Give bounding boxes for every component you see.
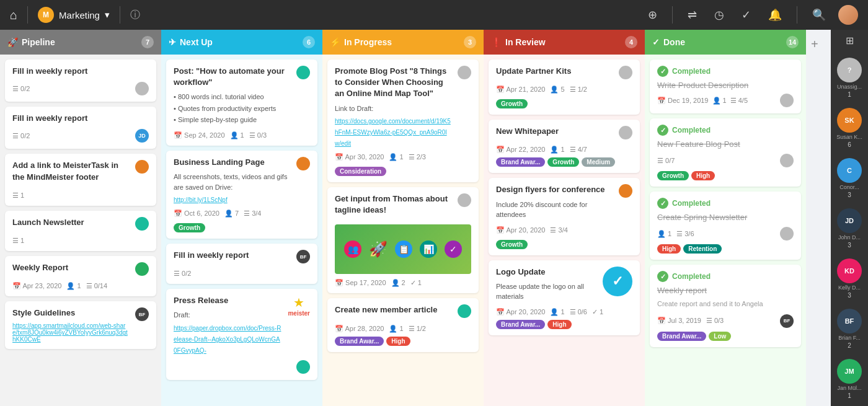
card-meta (174, 360, 310, 374)
pipeline-icon: 🚀 (7, 37, 18, 47)
avatar: BF (296, 250, 310, 263)
card-date: 📅 Apr 20, 2020 (496, 308, 545, 316)
card-title: Fill in weekly report (174, 250, 291, 261)
sidebar-user-unassigned[interactable]: ? Unassig... 1 (831, 54, 868, 102)
card-title: Update Partner Kits (496, 66, 614, 77)
card-count2: ☰ 2/3 (409, 153, 426, 161)
list-item[interactable]: ✓ Completed Create Spring Newsletter 👤 1… (650, 192, 801, 260)
column-header-nextup: ✈ Next Up 6 (161, 30, 322, 55)
card-tag-high: High (691, 171, 715, 180)
avatar: BF (135, 307, 149, 321)
add-icon[interactable]: ⊕ (648, 8, 657, 22)
sidebar-user-brian[interactable]: BF Brian F... 2 (831, 305, 868, 353)
list-item[interactable]: Press Release Draft: https://paper.dropb… (166, 289, 317, 380)
card-bullet: • 800 words incl. tutorial video (174, 92, 291, 102)
inprogress-cards: Promote Blog Post "8 Things to Consider … (322, 55, 484, 406)
sidebar-user-jan[interactable]: JM Jan Mül... 1 (831, 355, 868, 403)
card-count1: ☰ 3/4 (550, 226, 567, 234)
filter-icon[interactable]: ⇌ (688, 8, 697, 22)
pipeline-cards: Fill in weekly report ☰ 0/2 Fill in week… (0, 55, 161, 406)
add-column-icon: + (811, 37, 818, 51)
user-label: Susan K... (836, 134, 862, 140)
card-count2: ☰ 4/5 (730, 97, 748, 105)
card-count2: ✓ 1 (410, 279, 422, 287)
list-item[interactable]: Promote Blog Post "8 Things to Consider … (327, 60, 479, 182)
list-item[interactable]: Weekly Report 📅 Apr 23, 2020 👤 1 ☰ 0/14 (5, 256, 156, 296)
list-item[interactable]: Add a link to MeisterTask in the MindMei… (5, 154, 156, 205)
avatar (619, 66, 632, 79)
user-label: Kelly D... (838, 285, 861, 291)
avatar (296, 157, 310, 170)
pipeline-count: 7 (141, 36, 154, 48)
avatar (458, 66, 471, 79)
done-check-icon: ✓ (652, 37, 660, 47)
card-meta: 👤 1 ☰ 3/6 (657, 227, 794, 241)
home-icon[interactable]: ⌂ (10, 8, 17, 22)
time-icon[interactable]: ◷ (714, 8, 724, 22)
completed-icon: ✓ (657, 125, 668, 136)
list-item[interactable]: Get input from Thomas about tagline idea… (327, 187, 479, 293)
img-icon-3: 📊 (420, 241, 437, 258)
list-item[interactable]: Fill in weekly report ☰ 0/2 (5, 60, 156, 102)
avatar (135, 217, 149, 231)
card-count: ☰ 0/7 (657, 157, 675, 165)
list-item[interactable]: New Whitepaper 📅 Apr 22, 2020 👤 1 ☰ 4/7 … (489, 120, 640, 173)
column-inreview: ❗ In Review 4 Update Partner Kits 📅 Apr … (484, 30, 645, 406)
search-icon[interactable]: 🔍 (812, 8, 826, 22)
card-link[interactable]: http://bit.ly/1LScNpf (174, 196, 228, 203)
column-header-done: ✓ Done 14 (645, 30, 806, 55)
user-avatar[interactable] (838, 5, 858, 25)
nextup-icon: ✈ (169, 37, 176, 47)
card-link[interactable]: https://app.smartmailcloud.com/web-share… (12, 322, 130, 343)
user-label: Brian F... (838, 335, 861, 341)
sidebar-user-kelly[interactable]: KD Kelly D... 3 (831, 255, 868, 302)
list-item[interactable]: Business Landing Page All screenshots, t… (166, 151, 317, 239)
list-item[interactable]: Design flyers for conference Include 20%… (489, 178, 640, 255)
card-tag-medium: Medium (582, 157, 615, 167)
avatar (780, 154, 794, 167)
card-desc: Draft: (174, 310, 283, 320)
card-meta: 📅 Apr 23, 2020 👤 1 ☰ 0/14 (12, 282, 149, 290)
list-item[interactable]: Fill in weekly report ☰ 0/2 JD (5, 107, 156, 149)
card-meta: 📅 Apr 22, 2020 👤 1 ☰ 4/7 (496, 146, 632, 154)
inprogress-count: 3 (464, 36, 476, 48)
card-title: Write Product Description (657, 81, 794, 90)
card-count1: 👤 1 (66, 282, 81, 290)
bell-icon[interactable]: 🔔 (768, 8, 782, 22)
card-title: Promote Blog Post "8 Things to Consider … (335, 66, 453, 100)
sidebar-user-susan[interactable]: SK Susan K... 6 (831, 104, 868, 152)
list-item[interactable]: Launch Newsletter ☰ 1 (5, 211, 156, 251)
avatar (135, 262, 149, 276)
avatar: C (837, 158, 862, 183)
list-item[interactable]: ✓ Completed New Feature Blog Post ☰ 0/7 … (650, 118, 801, 187)
sidebar-user-john[interactable]: JD John D... 3 (831, 205, 868, 252)
nav-brand[interactable]: M Marketing ▾ (38, 7, 110, 23)
avatar (458, 193, 471, 207)
img-rocket: 🚀 (369, 241, 388, 258)
list-item[interactable]: ✓ Completed Write Product Description 📅 … (650, 60, 801, 113)
card-tag: Growth (496, 99, 528, 108)
list-item[interactable]: Update Partner Kits 📅 Apr 21, 2020 👤 5 ☰… (489, 60, 640, 115)
list-item[interactable]: Fill in weekly report BF ☰ 0/2 (166, 244, 317, 284)
card-tag-high: High (386, 337, 410, 346)
list-item[interactable]: Logo Update Please update the logo on al… (489, 260, 640, 335)
add-column-button[interactable]: + (806, 30, 831, 406)
card-link[interactable]: https://paper.dropbox.com/doc/Press-Rele… (174, 325, 281, 354)
card-title: New Feature Blog Post (657, 139, 794, 149)
card-date: 📅 Apr 22, 2020 (496, 146, 545, 154)
card-date: 📅 Apr 28, 2020 (335, 325, 384, 333)
card-link[interactable]: https://docs.google.com/document/d/19K5h… (335, 118, 451, 147)
completed-icon: ✓ (657, 66, 668, 77)
list-item[interactable]: Post: "How to automate your workflow" • … (166, 60, 317, 146)
sidebar-user-conor[interactable]: C Conor... 3 (831, 154, 868, 202)
list-item[interactable]: ✓ Completed Weekly report Create report … (650, 265, 801, 347)
list-item[interactable]: Style Guidelines https://app.smartmailcl… (5, 301, 156, 349)
layout-icon[interactable]: ⊞ (846, 35, 854, 46)
card-desc: Include 20% discount code for attendees (496, 200, 614, 220)
card-meta: ☰ 1 (12, 237, 149, 245)
info-icon[interactable]: ⓘ (130, 9, 140, 22)
check-icon[interactable]: ✓ (742, 8, 751, 22)
card-count1: 👤 1 (389, 325, 403, 333)
card-date: 📅 Oct 6, 2020 (174, 210, 219, 218)
list-item[interactable]: Create new member article 📅 Apr 28, 2020… (327, 298, 479, 351)
